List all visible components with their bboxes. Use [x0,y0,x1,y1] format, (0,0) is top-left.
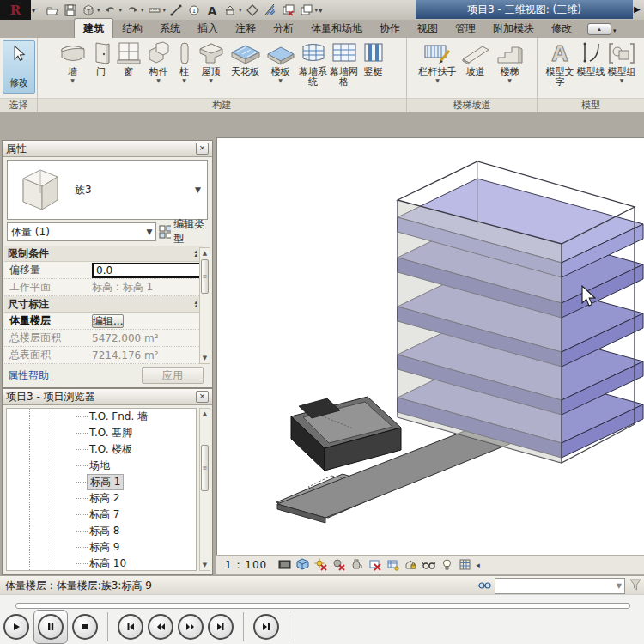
mass-box-left-face[interactable] [398,200,562,463]
measure-dropdown-icon[interactable]: ▾ [163,7,167,14]
instance-filter-combo[interactable]: 体量 (1) ▼ [7,222,156,241]
constraints-group-header[interactable]: 限制条件 ▴▴ [4,246,203,262]
unlocked-3d-view-icon[interactable] [404,557,418,572]
tab-collaborate[interactable]: 协作 [371,19,409,38]
detail-level-icon[interactable] [277,557,292,572]
redo-dropdown-icon[interactable]: ▾ [141,7,144,14]
properties-header[interactable]: 属性 × [3,141,212,157]
dark-tray[interactable] [291,397,401,471]
scrollbar-thumb[interactable]: ≡ [201,259,209,294]
worksets-icon[interactable] [477,579,491,592]
tab-modify[interactable]: 修改 [543,19,580,38]
scroll-down-icon[interactable]: ▼ [200,353,210,363]
playback-progress[interactable] [15,603,630,609]
model-line-button[interactable]: 模型线 [576,40,605,77]
model-group-button[interactable]: 模型组▼ [607,40,636,83]
step-forward-button[interactable] [253,614,279,640]
mullion-button[interactable]: 竖梃 [361,40,386,77]
3d-view-dropdown-icon[interactable]: ▾ [239,7,242,14]
visual-style-icon[interactable] [295,557,310,572]
tree-item[interactable]: T.O. 楼板 [7,441,196,458]
tab-manage[interactable]: 管理 [447,19,484,38]
model-text-button[interactable]: A 模型文字 [545,40,574,88]
modify-button[interactable]: 修改 [3,40,35,94]
instance-filter-dropdown-icon[interactable]: ▼ [143,228,155,236]
save-icon[interactable] [63,3,78,18]
worksharing-display-icon[interactable] [458,557,472,572]
switch-windows-icon[interactable] [299,3,314,18]
tab-view[interactable]: 视图 [409,19,447,38]
properties-close-icon[interactable]: × [196,143,209,155]
show-crop-region-icon[interactable] [386,557,400,572]
pause-button-active[interactable] [33,610,68,644]
shadows-off-icon[interactable] [331,557,346,572]
tag-icon[interactable]: 1 [186,3,202,18]
component-button[interactable]: 构件▼ [144,40,173,83]
properties-help-link[interactable]: 属性帮助 [4,368,49,383]
column-button[interactable]: 柱▼ [175,40,194,83]
skip-to-end-button[interactable] [208,614,234,640]
tab-structure[interactable]: 结构 [113,19,151,38]
text-icon[interactable]: A [204,3,220,18]
collapse-chevron-icon[interactable]: ▴▴ [194,250,197,257]
editable-only-filter-icon[interactable] [629,579,641,592]
floor-button[interactable]: 楼板▼ [264,40,297,83]
worksets-dropdown-icon[interactable]: ▼ [617,582,624,590]
tree-item[interactable]: 标高 10 [7,556,196,571]
properties-scrollbar[interactable]: ▲ ≡ ▼ [199,247,210,364]
tab-addins[interactable]: 附加模块 [484,19,543,38]
collapse-arrow-icon[interactable]: ◂ [476,561,480,569]
tab-analyze[interactable]: 分析 [264,19,302,38]
redo-icon[interactable] [125,3,140,18]
tab-systems[interactable]: 系统 [151,19,189,38]
tree-item[interactable]: T.O. Fnd. 墙 [7,409,196,425]
close-hidden-windows-icon[interactable] [281,3,296,18]
scroll-up-icon[interactable]: ▲ [200,409,210,419]
roof-button[interactable]: 屋顶▼ [196,40,227,83]
project-browser-close-icon[interactable]: × [196,391,209,403]
edit-type-button[interactable]: 编辑类型 [159,222,210,241]
curtain-grid-button[interactable]: 幕墙网格 [330,40,359,88]
reveal-hidden-elements-icon[interactable] [440,557,454,572]
sun-path-off-icon[interactable] [313,557,328,572]
ribbon-minimize-button[interactable]: ▴ [587,23,611,35]
undo-icon[interactable] [103,3,118,18]
tree-item[interactable]: 场地 [7,458,196,474]
aligned-dimension-icon[interactable] [168,3,184,18]
tree-item-selected[interactable]: 标高 1 [7,474,196,490]
section-icon[interactable] [245,3,260,18]
sync-icon[interactable] [81,3,96,18]
tree-item[interactable]: 标高 8 [7,523,196,539]
3d-view-model[interactable] [217,138,644,556]
measure-icon[interactable] [147,3,162,18]
railing-button[interactable]: 栏杆扶手▼ [419,40,457,83]
scroll-up-icon[interactable]: ▲ [200,248,210,258]
wall-button[interactable]: 墙▼ [58,40,88,83]
scroll-down-icon[interactable]: ▼ [200,560,210,570]
play-button[interactable] [3,614,29,640]
tab-architecture[interactable]: 建筑 [74,18,113,38]
tree-item[interactable]: 标高 7 [7,507,196,523]
ceiling-button[interactable]: 天花板 [228,40,263,77]
mass-floors-edit-button[interactable]: 编辑... [92,314,124,328]
undo-dropdown-icon[interactable]: ▾ [119,7,123,14]
fast-forward-button[interactable] [178,614,204,640]
show-rendering-dialog-icon[interactable] [349,557,364,572]
open-icon[interactable] [45,3,60,18]
tree-item[interactable]: T.O. 基脚 [7,425,196,441]
tree-item[interactable]: 标高 9 [7,539,196,556]
ramp-button[interactable]: 坡道 [459,40,493,77]
crop-view-off-icon[interactable] [368,557,382,572]
skip-to-start-button[interactable] [118,614,143,640]
window-button[interactable]: 窗 [115,40,143,77]
dimensions-group-header[interactable]: 尺寸标注 ▴▴ [4,296,203,313]
customize-qat-icon[interactable]: ▾ [319,6,323,15]
pause-button[interactable] [38,614,64,640]
curtain-system-button[interactable]: 幕墙系统 [299,40,328,88]
title-overflow-arrow-icon[interactable]: ▶ [634,4,641,14]
browser-scrollbar[interactable]: ▲ ≡ ▼ [199,408,210,571]
type-selector-dropdown-icon[interactable]: ▼ [195,185,207,194]
thin-lines-icon[interactable] [263,3,278,18]
ribbon-minimize-dropdown-icon[interactable]: ▾ [613,27,617,34]
type-selector[interactable]: 族3 ▼ [7,160,208,220]
